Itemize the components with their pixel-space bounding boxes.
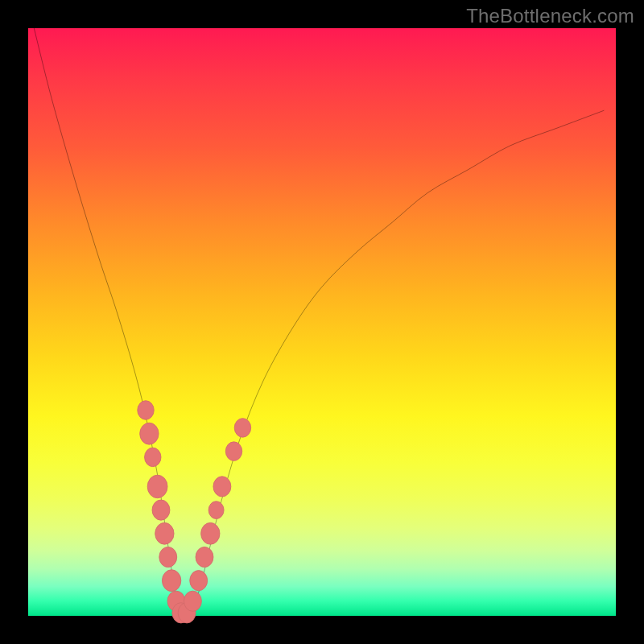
curve-marker — [152, 500, 170, 520]
chart-frame: TheBottleneck.com — [0, 0, 644, 644]
chart-svg — [28, 28, 616, 616]
curve-marker — [184, 591, 201, 611]
curve-marker — [159, 547, 177, 567]
curve-markers — [138, 401, 251, 623]
curve-marker — [140, 423, 159, 444]
curve-marker — [201, 522, 220, 544]
curve-marker — [138, 401, 154, 420]
curve-marker — [225, 442, 242, 461]
curve-marker — [145, 448, 161, 467]
bottleneck-curve — [34, 28, 604, 619]
curve-marker — [147, 475, 167, 498]
curve-marker — [208, 502, 224, 519]
curve-marker — [155, 522, 174, 544]
curve-marker — [162, 570, 180, 592]
curve-marker — [196, 547, 213, 567]
curve-marker — [190, 571, 208, 591]
curve-marker — [234, 419, 250, 438]
plot-area — [28, 28, 616, 616]
watermark-text: TheBottleneck.com — [466, 5, 634, 27]
curve-marker — [213, 477, 231, 497]
